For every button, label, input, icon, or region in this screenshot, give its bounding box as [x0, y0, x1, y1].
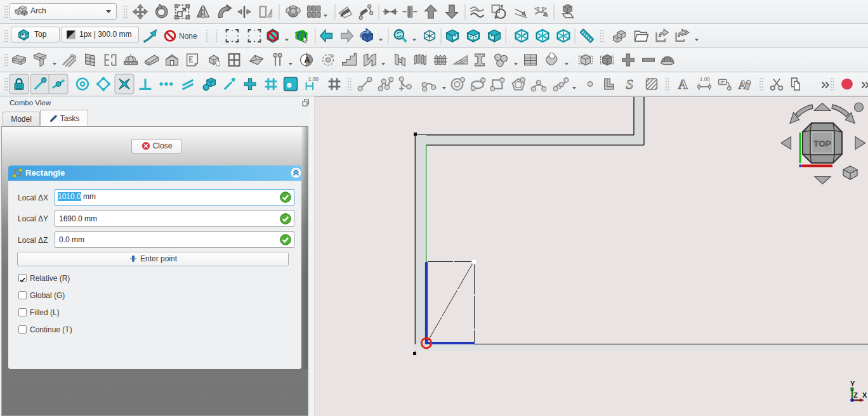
svg-text:X: X	[862, 391, 867, 399]
svg-text:Z: Z	[853, 391, 858, 399]
svg-text:None: None	[179, 32, 197, 41]
svg-text:TOP: TOP	[813, 139, 831, 148]
svg-text:Y: Y	[850, 380, 855, 387]
